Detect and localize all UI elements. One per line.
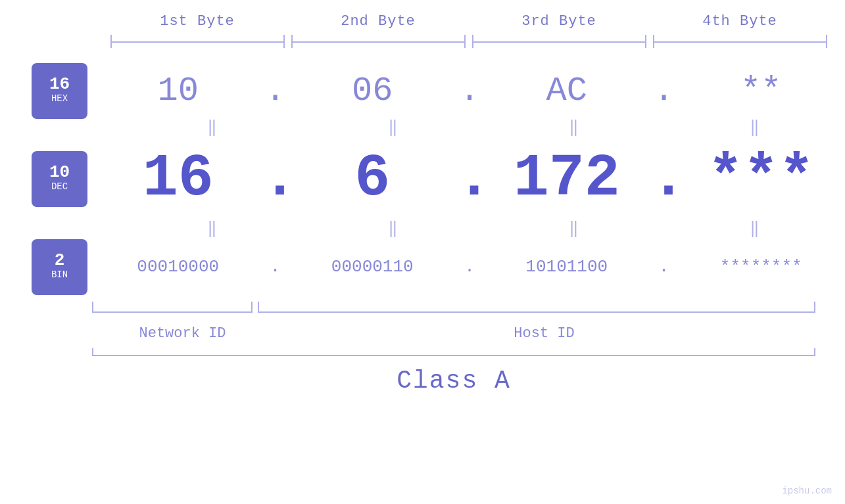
byte-headers-row: 1st Byte 2nd Byte 3rd Byte 4th Byte bbox=[107, 13, 831, 30]
bin-b1-cell: 00010000 bbox=[94, 257, 262, 277]
id-labels-row: Network ID Host ID bbox=[92, 325, 815, 342]
bin-b3-value: 10101100 bbox=[525, 257, 608, 277]
eq4: ‖ bbox=[664, 120, 845, 136]
bin-dot-2: . bbox=[456, 257, 483, 277]
hex-badge-label: HEX bbox=[51, 93, 68, 106]
dec-b1-cell: 16 bbox=[94, 145, 262, 212]
dec-b4-value: *** bbox=[708, 145, 814, 212]
bin-dot-1: . bbox=[262, 257, 289, 277]
hex-row: 16 HEX 10 . 06 . AC . ** bbox=[0, 61, 845, 120]
bin-dot-3: . bbox=[651, 257, 677, 277]
dec-row: 10 DEC 16 . 6 . 172 . *** bbox=[0, 136, 845, 221]
bin-badge-num: 2 bbox=[55, 252, 65, 269]
hex-b2-value: 06 bbox=[352, 72, 393, 110]
hex-dot-2: . bbox=[456, 72, 483, 110]
hex-b1-value: 10 bbox=[158, 72, 199, 110]
eq6: ‖ bbox=[302, 221, 483, 237]
equals-row-1: ‖ ‖ ‖ ‖ bbox=[122, 120, 845, 136]
eq5: ‖ bbox=[122, 221, 302, 237]
dec-badge-label: DEC bbox=[51, 181, 68, 194]
class-label-container: Class A bbox=[92, 367, 815, 395]
bin-badge: 2 BIN bbox=[32, 239, 87, 295]
host-id-label: Host ID bbox=[273, 325, 815, 342]
byte-header-4: 4th Byte bbox=[650, 13, 831, 30]
bin-b4-cell: ******** bbox=[677, 257, 846, 277]
dec-badge: 10 DEC bbox=[32, 151, 87, 207]
dec-b2-value: 6 bbox=[354, 145, 390, 212]
bin-values: 00010000 . 00000110 . 10101100 . *******… bbox=[94, 257, 845, 277]
eq1: ‖ bbox=[122, 120, 302, 136]
eq7: ‖ bbox=[483, 221, 664, 237]
hex-b1-cell: 10 bbox=[94, 72, 262, 110]
hex-b3-value: AC bbox=[546, 72, 587, 110]
bin-badge-label: BIN bbox=[51, 269, 68, 282]
dec-dot-1: . bbox=[262, 145, 289, 212]
hex-dot-1: . bbox=[262, 72, 289, 110]
hex-badge: 16 HEX bbox=[32, 63, 87, 119]
hex-values: 10 . 06 . AC . ** bbox=[94, 72, 845, 110]
network-id-label: Network ID bbox=[92, 325, 273, 342]
bracket-3 bbox=[472, 35, 646, 48]
bracket-1 bbox=[110, 35, 285, 48]
eq2: ‖ bbox=[302, 120, 483, 136]
bin-b2-value: 00000110 bbox=[331, 257, 414, 277]
hex-badge-num: 16 bbox=[49, 76, 70, 93]
bracket-4 bbox=[653, 35, 827, 48]
hex-b2-cell: 06 bbox=[289, 72, 457, 110]
dec-b4-cell: *** bbox=[677, 145, 846, 212]
byte-header-2: 2nd Byte bbox=[288, 13, 469, 30]
dec-b2-cell: 6 bbox=[289, 145, 457, 212]
hex-dot-3: . bbox=[651, 72, 677, 110]
page-wrapper: 1st Byte 2nd Byte 3rd Byte 4th Byte 16 H… bbox=[0, 0, 845, 504]
bracket-2 bbox=[291, 35, 466, 48]
dec-values: 16 . 6 . 172 . *** bbox=[94, 145, 845, 212]
bin-b2-cell: 00000110 bbox=[289, 257, 457, 277]
dec-badge-num: 10 bbox=[49, 164, 70, 181]
dec-b1-value: 16 bbox=[143, 145, 214, 212]
hex-b4-cell: ** bbox=[677, 72, 846, 110]
bin-b3-cell: 10101100 bbox=[483, 257, 651, 277]
bin-row: 2 BIN 00010000 . 00000110 . 10101100 . *… bbox=[0, 237, 845, 296]
eq8: ‖ bbox=[664, 221, 845, 237]
dec-dot-3: . bbox=[651, 145, 677, 212]
hex-b4-value: ** bbox=[740, 72, 781, 110]
dec-b3-value: 172 bbox=[514, 145, 620, 212]
bin-b1-value: 00010000 bbox=[137, 257, 219, 277]
eq3: ‖ bbox=[483, 120, 664, 136]
equals-row-2: ‖ ‖ ‖ ‖ bbox=[122, 221, 845, 237]
dec-dot-2: . bbox=[456, 145, 483, 212]
dec-b3-cell: 172 bbox=[483, 145, 651, 212]
byte-header-3: 3rd Byte bbox=[469, 13, 650, 30]
class-a-label: Class A bbox=[397, 367, 511, 395]
watermark: ipshu.com bbox=[782, 486, 832, 496]
byte-header-1: 1st Byte bbox=[107, 13, 288, 30]
top-bracket-row bbox=[107, 35, 831, 48]
bottom-section: Network ID Host ID Class A bbox=[0, 302, 845, 395]
hex-b3-cell: AC bbox=[483, 72, 651, 110]
bin-b4-value: ******** bbox=[720, 257, 802, 277]
